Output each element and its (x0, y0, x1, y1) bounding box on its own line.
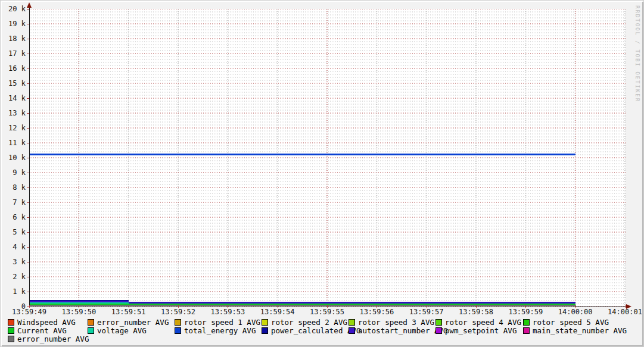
y-tick-label: 10 k (1, 154, 26, 162)
legend-item: rotor speed 2 AVG (262, 318, 349, 326)
chart-line-segment (29, 305, 575, 306)
y-tick-mark (27, 247, 29, 248)
x-tick-mark (29, 305, 30, 308)
legend-swatch (8, 327, 14, 334)
chart-line-segment (29, 154, 575, 155)
y-tick-label: 16 k (1, 65, 26, 73)
x-tick-label: 13:59:50 (57, 308, 101, 316)
legend-swatch (349, 327, 355, 334)
legend-swatch (435, 327, 442, 334)
legend-swatch (523, 327, 530, 334)
legend-label: autostart_number AVG (358, 327, 448, 335)
y-tick-mark (27, 143, 29, 143)
y-tick-label: 18 k (1, 35, 26, 43)
legend-swatch (349, 319, 355, 326)
y-tick-label: 1 k (1, 288, 26, 296)
chart-line-segment (29, 301, 129, 302)
x-tick-label: 14:00:01 (603, 308, 644, 316)
legend-label: error_number AVG (17, 335, 89, 343)
y-tick-mark (27, 187, 29, 188)
y-tick-mark (27, 202, 29, 203)
legend-item: Windspeed AVG (8, 318, 88, 326)
legend-item: Current AVG (8, 327, 88, 335)
y-tick-mark (27, 217, 29, 218)
x-tick-label: 13:59:57 (405, 308, 449, 316)
x-tick-mark (129, 305, 129, 308)
legend-item: autostart_number AVG (349, 327, 435, 335)
x-tick-mark (525, 305, 526, 308)
x-tick-mark (575, 305, 576, 308)
y-tick-label: 11 k (1, 139, 26, 147)
legend-swatch (175, 319, 181, 326)
x-tick-label: 13:59:54 (256, 308, 300, 316)
rrdtool-graph: 20 k19 k18 k17 k16 k15 k14 k13 k12 k11 k… (0, 0, 644, 347)
y-tick-label: 9 k (1, 169, 26, 177)
legend-label: rotor speed 2 AVG (271, 318, 347, 326)
legend-item: rotor speed 5 AVG (523, 318, 639, 326)
legend-item: rotor speed 4 AVG (435, 318, 523, 326)
x-tick-label: 14:00:00 (553, 308, 598, 316)
y-tick-mark (27, 24, 29, 24)
legend-label: rotor speed 3 AVG (358, 318, 434, 326)
legend-swatch (8, 319, 14, 326)
legend-label: Windspeed AVG (17, 318, 76, 326)
x-tick-label: 13:59:56 (354, 308, 399, 316)
x-tick-mark (625, 305, 626, 308)
legend-label: Current AVG (17, 327, 67, 335)
y-tick-label: 5 k (1, 229, 26, 236)
chart-line-segment (29, 302, 129, 304)
legend-item: rotor speed 1 AVG (175, 318, 262, 326)
chart-line-segment (377, 302, 575, 304)
legend-swatch (88, 327, 94, 334)
x-tick-label: 13:59:53 (206, 308, 250, 316)
x-tick-label: 13:59:55 (305, 308, 349, 316)
y-tick-mark (27, 39, 29, 39)
y-tick-mark (27, 98, 29, 99)
x-tick-mark (79, 305, 79, 308)
x-tick-mark (427, 305, 427, 308)
legend-label: error_number AVG (97, 318, 169, 326)
y-tick-label: 12 k (1, 124, 26, 132)
legend-label: rotor speed 4 AVG (445, 318, 521, 326)
legend-swatch (8, 336, 14, 342)
plot-area (29, 9, 626, 307)
x-tick-mark (377, 305, 377, 308)
legend-swatch (262, 319, 268, 326)
legend-row: Windspeed AVGerror_number AVGrotor speed… (8, 318, 639, 326)
legend-item: voltage AVG (88, 327, 175, 335)
legend-label: voltage AVG (97, 327, 147, 335)
legend-swatch (262, 327, 268, 334)
legend-label: total_energy AVG (184, 327, 256, 335)
y-tick-mark (27, 54, 29, 54)
x-tick-mark (327, 305, 328, 308)
legend-item: total_energy AVG (175, 327, 262, 335)
watermark: RRDTOOL / TOBI OETIKER (634, 5, 640, 102)
y-tick-label: 7 k (1, 199, 26, 207)
y-tick-label: 20 k (1, 5, 26, 13)
y-tick-label: 4 k (1, 243, 26, 251)
y-axis-line (29, 7, 30, 307)
legend-item: power_calculated AVG (262, 327, 349, 335)
y-tick-label: 13 k (1, 110, 26, 117)
chart-line-segment (129, 302, 377, 304)
x-axis-line (27, 307, 629, 307)
y-tick-label: 3 k (1, 258, 26, 266)
y-tick-label: 2 k (1, 273, 26, 281)
legend-label: pwm_setpoint AVG (445, 327, 517, 335)
y-axis-arrow-icon (27, 2, 32, 8)
y-tick-mark (27, 262, 29, 262)
legend-swatch (175, 327, 181, 334)
y-tick-mark (27, 9, 29, 10)
legend: Windspeed AVGerror_number AVGrotor speed… (8, 318, 639, 343)
y-tick-label: 6 k (1, 214, 26, 221)
legend-label: rotor speed 5 AVG (533, 318, 609, 326)
x-tick-mark (178, 305, 179, 308)
legend-row: Current AVGvoltage AVGtotal_energy AVGpo… (8, 326, 639, 335)
legend-swatch (523, 319, 530, 326)
y-tick-mark (27, 128, 29, 129)
y-tick-mark (27, 173, 29, 173)
y-tick-mark (27, 158, 29, 158)
x-tick-mark (228, 305, 228, 308)
x-tick-label: 13:59:51 (107, 308, 151, 316)
legend-row: error_number AVG (8, 335, 639, 343)
